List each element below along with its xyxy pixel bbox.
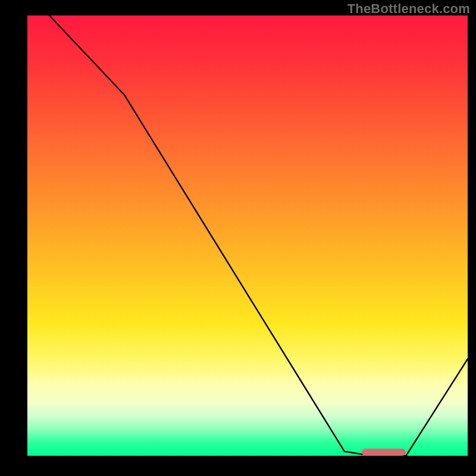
bottleneck-curve — [27, 15, 468, 456]
watermark-text: TheBottleneck.com — [347, 1, 470, 17]
chart-frame: TheBottleneck.com — [0, 0, 476, 476]
sweet-spot-marker — [362, 449, 406, 456]
plot-area — [27, 15, 468, 456]
